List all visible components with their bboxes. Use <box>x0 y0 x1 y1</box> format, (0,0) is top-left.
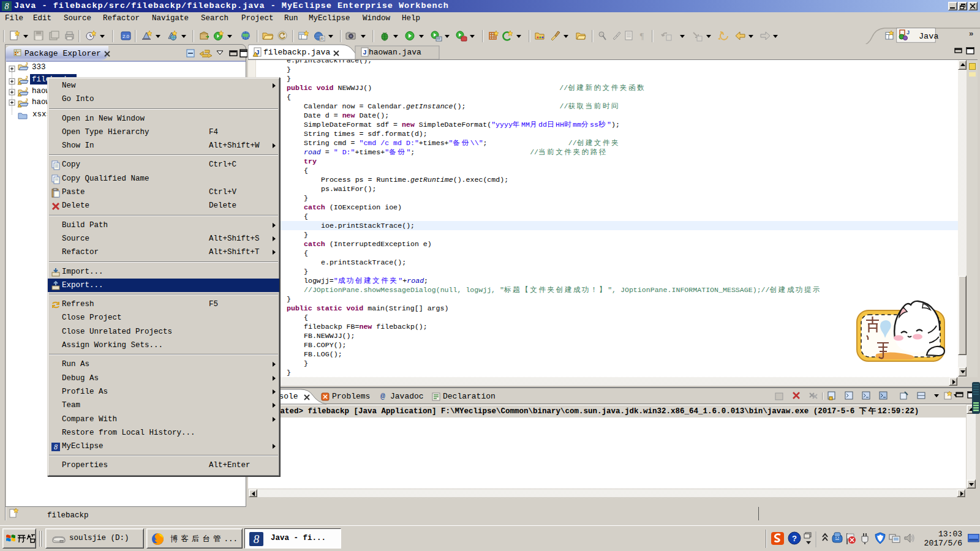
svg-text:¶: ¶ <box>640 32 644 41</box>
svg-text:8: 8 <box>5 2 9 11</box>
svg-text:J: J <box>25 62 28 67</box>
svg-text:»: » <box>969 29 973 38</box>
svg-text:8: 8 <box>254 533 260 545</box>
svg-text:J: J <box>25 75 28 80</box>
svg-text:2.0: 2.0 <box>123 34 130 39</box>
svg-text:8: 8 <box>54 443 58 451</box>
svg-text:Java: Java <box>919 32 938 41</box>
svg-text:J: J <box>363 49 367 56</box>
svg-text:J: J <box>907 29 910 36</box>
svg-text:R: R <box>320 36 324 42</box>
svg-text:?: ? <box>792 534 797 543</box>
